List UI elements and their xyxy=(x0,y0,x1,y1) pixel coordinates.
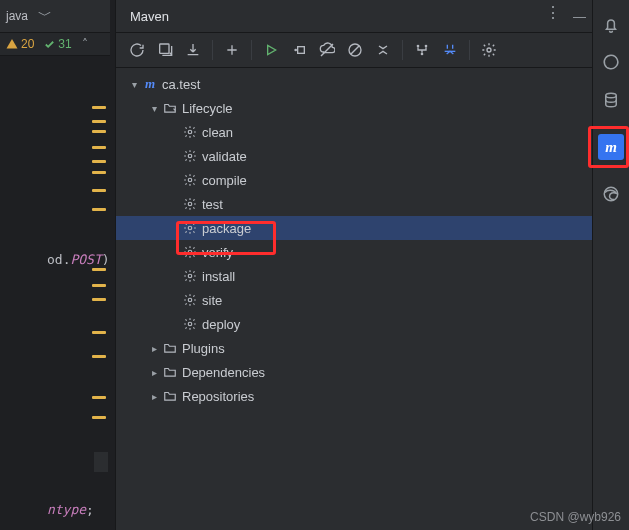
chevron-right-icon[interactable]: ▸ xyxy=(146,367,162,378)
phase-label: verify xyxy=(202,245,233,260)
tree-lifecycle-node[interactable]: ▾ Lifecycle xyxy=(116,96,594,120)
svg-point-9 xyxy=(487,48,491,52)
tree-plugins-node[interactable]: ▸ Plugins xyxy=(116,336,594,360)
tree-project-node[interactable]: ▾ m ca.test xyxy=(116,72,594,96)
warning-indicator[interactable]: 20 xyxy=(6,37,34,51)
svg-point-18 xyxy=(188,322,192,326)
repositories-label: Repositories xyxy=(182,389,254,404)
svg-point-11 xyxy=(188,154,192,158)
phase-site[interactable]: site xyxy=(116,288,594,312)
chevron-down-icon[interactable]: ▾ xyxy=(146,103,162,114)
phase-deploy[interactable]: deploy xyxy=(116,312,594,336)
download-sources-icon[interactable] xyxy=(184,41,202,59)
gear-icon xyxy=(182,220,198,236)
editor-tab-bar: java ﹀ xyxy=(0,0,110,33)
folder-icon xyxy=(162,340,178,356)
execute-goal-icon[interactable] xyxy=(290,41,308,59)
chevron-right-icon[interactable]: ▸ xyxy=(146,343,162,354)
code-line: ntype; xyxy=(0,487,94,530)
svg-point-17 xyxy=(188,298,192,302)
chevron-up-down-icon[interactable]: ˄ xyxy=(82,37,88,51)
svg-point-19 xyxy=(606,93,617,98)
right-tool-sidebar: m xyxy=(592,0,629,530)
gear-icon xyxy=(182,124,198,140)
reload-icon[interactable] xyxy=(128,41,146,59)
phase-label: install xyxy=(202,269,235,284)
svg-line-5 xyxy=(351,46,359,54)
folder-icon xyxy=(162,364,178,380)
phase-clean[interactable]: clean xyxy=(116,120,594,144)
gear-icon xyxy=(182,268,198,284)
svg-point-12 xyxy=(188,178,192,182)
maven-icon: m xyxy=(142,76,158,92)
phase-label: test xyxy=(202,197,223,212)
edge-browser-icon[interactable] xyxy=(601,184,621,204)
chevron-down-icon[interactable]: ▾ xyxy=(126,79,142,90)
dependencies-label: Dependencies xyxy=(182,365,265,380)
warning-count: 20 xyxy=(21,37,34,51)
phase-label: validate xyxy=(202,149,247,164)
gear-icon xyxy=(182,292,198,308)
notifications-icon[interactable] xyxy=(601,14,621,34)
folder-icon xyxy=(162,388,178,404)
svg-point-7 xyxy=(425,45,428,48)
show-diagram-icon[interactable] xyxy=(441,41,459,59)
phase-label: site xyxy=(202,293,222,308)
phase-label: clean xyxy=(202,125,233,140)
maven-title: Maven xyxy=(130,9,169,24)
maven-glyph: m xyxy=(605,139,617,156)
editor-pane: java ﹀ 20 31 ˄ xyxy=(0,0,110,530)
caret-line-highlight xyxy=(94,452,108,472)
maven-tree[interactable]: ▾ m ca.test ▾ Lifecycle clean validate xyxy=(116,68,594,408)
show-dependencies-icon[interactable] xyxy=(413,41,431,59)
ai-assistant-icon[interactable] xyxy=(601,52,621,72)
phase-validate[interactable]: validate xyxy=(116,144,594,168)
maven-toolbar xyxy=(116,33,594,68)
svg-point-6 xyxy=(417,45,420,48)
chevron-right-icon[interactable]: ▸ xyxy=(146,391,162,402)
generate-sources-icon[interactable] xyxy=(156,41,174,59)
svg-rect-2 xyxy=(298,47,305,54)
plugins-label: Plugins xyxy=(182,341,225,356)
lifecycle-label: Lifecycle xyxy=(182,101,233,116)
gear-icon xyxy=(182,316,198,332)
tree-dependencies-node[interactable]: ▸ Dependencies xyxy=(116,360,594,384)
add-project-icon[interactable] xyxy=(223,41,241,59)
svg-point-10 xyxy=(188,130,192,134)
svg-point-14 xyxy=(188,226,192,230)
editor-tab-filename[interactable]: java xyxy=(6,9,28,23)
maven-tool-window: Maven ⋮ — xyxy=(115,0,595,530)
maven-titlebar: Maven ⋮ — xyxy=(116,0,594,33)
toggle-offline-icon[interactable] xyxy=(318,41,336,59)
svg-point-16 xyxy=(188,274,192,278)
svg-point-13 xyxy=(188,202,192,206)
options-icon[interactable]: ⋮ xyxy=(545,9,559,24)
phase-label: package xyxy=(202,221,251,236)
weak-warning-count: 31 xyxy=(58,37,71,51)
phase-verify[interactable]: verify xyxy=(116,240,594,264)
phase-test[interactable]: test xyxy=(116,192,594,216)
phase-install[interactable]: install xyxy=(116,264,594,288)
gear-icon xyxy=(182,172,198,188)
editor-body[interactable]: od.POST) ntype; xyxy=(0,56,110,530)
phase-package[interactable]: package xyxy=(116,216,594,240)
chevron-down-icon[interactable]: ﹀ xyxy=(38,7,52,25)
phase-label: deploy xyxy=(202,317,240,332)
editor-inspection-bar: 20 31 ˄ xyxy=(0,33,110,56)
run-icon[interactable] xyxy=(262,41,280,59)
collapse-all-icon[interactable] xyxy=(374,41,392,59)
settings-icon[interactable] xyxy=(480,41,498,59)
gear-icon xyxy=(182,244,198,260)
folder-icon xyxy=(162,100,178,116)
maven-tool-button[interactable]: m xyxy=(598,134,624,160)
weak-warning-indicator[interactable]: 31 xyxy=(44,37,71,51)
database-icon[interactable] xyxy=(601,90,621,110)
project-label: ca.test xyxy=(162,77,200,92)
svg-point-15 xyxy=(188,250,192,254)
skip-tests-icon[interactable] xyxy=(346,41,364,59)
phase-compile[interactable]: compile xyxy=(116,168,594,192)
tree-repositories-node[interactable]: ▸ Repositories xyxy=(116,384,594,408)
minimize-icon[interactable]: — xyxy=(573,9,586,24)
svg-point-1 xyxy=(294,49,297,52)
gear-icon xyxy=(182,196,198,212)
